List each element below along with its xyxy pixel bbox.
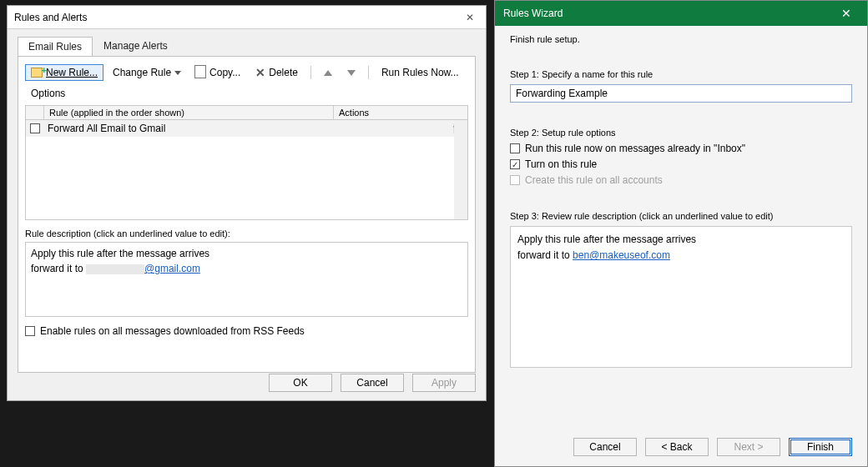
col-actions-header: Actions (334, 106, 467, 119)
svg-rect-3 (458, 129, 462, 131)
separator (310, 66, 311, 79)
option-all-accounts: Create this rule on all accounts (510, 174, 852, 186)
wiz-desc-line-2: forward it to ben@makeuseof.com (517, 248, 845, 264)
apply-label: Apply (431, 377, 457, 389)
cancel-label: Cancel (356, 377, 387, 389)
run-now-checkbox[interactable] (510, 143, 520, 153)
finish-header: Finish rule setup. (510, 34, 852, 44)
new-rule-label: New Rule... (46, 67, 98, 78)
wiz-cancel-button[interactable]: Cancel (573, 438, 637, 456)
run-now-label: Run this rule now on messages already in… (525, 143, 745, 154)
option-turn-on[interactable]: ✓ Turn on this rule (510, 158, 852, 170)
wizard-description-box: Apply this rule after the message arrive… (510, 226, 852, 368)
wizard-titlebar: Rules Wizard ✕ (495, 1, 867, 26)
separator (368, 66, 369, 79)
step1-label: Step 1: Specify a name for this rule (510, 69, 852, 79)
copy-label: Copy... (209, 67, 240, 78)
run-rules-now-button[interactable]: Run Rules Now... (376, 64, 465, 81)
ok-button[interactable]: OK (269, 374, 332, 392)
step3-label: Step 3: Review rule description (click a… (510, 211, 852, 221)
rss-option-row: Enable rules on all messages downloaded … (25, 325, 468, 337)
wiz-forward-email-link[interactable]: ben@makeuseof.com (573, 249, 670, 261)
wizard-button-row: Cancel < Back Next > Finish (573, 438, 852, 456)
step2-label: Step 2: Setup rule options (510, 128, 852, 138)
delete-x-icon: ✕ (255, 66, 265, 79)
copy-button[interactable]: Copy... (190, 64, 246, 81)
wiz-cancel-label: Cancel (589, 441, 620, 453)
cancel-button[interactable]: Cancel (341, 374, 404, 392)
change-rule-label: Change Rule (113, 67, 171, 78)
svg-rect-2 (454, 126, 457, 128)
close-icon[interactable]: ✕ (834, 1, 859, 26)
rss-checkbox-label: Enable rules on all messages downloaded … (40, 325, 305, 337)
wiz-desc-line-1: Apply this rule after the message arrive… (517, 232, 845, 248)
table-row[interactable]: Forward All Email to Gmail (26, 120, 467, 137)
wiz-next-button: Next > (717, 438, 780, 456)
move-down-button[interactable] (341, 68, 361, 78)
close-icon[interactable]: ✕ (461, 9, 479, 26)
turn-on-checkbox[interactable]: ✓ (510, 159, 520, 169)
dialog-button-row: OK Cancel Apply (269, 374, 476, 392)
rss-checkbox[interactable] (25, 326, 35, 336)
tab-email-rules-label: Email Rules (28, 41, 82, 53)
wiz-finish-label: Finish (807, 441, 834, 453)
rule-description-box: Apply this rule after the message arrive… (25, 242, 468, 317)
tab-manage-alerts-label: Manage Alerts (103, 40, 168, 52)
wiz-back-button[interactable]: < Back (645, 438, 709, 456)
col-checkbox (26, 106, 44, 119)
wiz-back-label: < Back (661, 441, 692, 453)
move-up-button[interactable] (318, 68, 338, 78)
tab-email-rules[interactable]: Email Rules (18, 37, 93, 57)
turn-on-label: Turn on this rule (525, 158, 597, 170)
wiz-next-label: Next > (734, 441, 763, 453)
all-accounts-label: Create this rule on all accounts (525, 174, 663, 186)
wizard-title: Rules Wizard (503, 8, 563, 19)
rules-wizard-dialog: Rules Wizard ✕ Finish rule setup. Step 1… (494, 0, 868, 467)
redacted-email-prefix (86, 264, 144, 274)
tab-strip: Email Rules Manage Alerts (8, 29, 486, 56)
run-rules-now-label: Run Rules Now... (381, 67, 459, 78)
ok-label: OK (293, 377, 307, 389)
desc-line-1: Apply this rule after the message arrive… (31, 246, 462, 261)
tab-manage-alerts[interactable]: Manage Alerts (93, 36, 179, 56)
delete-label: Delete (269, 67, 298, 78)
rules-titlebar: Rules and Alerts ✕ (8, 6, 486, 29)
options-button[interactable]: Options (25, 85, 71, 102)
desc-line-2-prefix: forward it to (31, 263, 86, 274)
rule-name-input[interactable] (510, 84, 852, 103)
delete-button[interactable]: ✕ Delete (250, 63, 304, 82)
col-rule-header: Rule (applied in the order shown) (44, 106, 334, 119)
rules-toolbar: New Rule... Change Rule Copy... ✕ Delete… (25, 62, 468, 105)
rule-enable-checkbox[interactable] (30, 123, 40, 133)
option-run-now[interactable]: Run this rule now on messages already in… (510, 143, 852, 154)
triangle-up-icon (324, 70, 332, 76)
new-rule-button[interactable]: New Rule... (25, 64, 103, 81)
wizard-body: Finish rule setup. Step 1: Specify a nam… (495, 26, 867, 368)
new-rule-icon (31, 68, 43, 78)
svg-rect-0 (454, 124, 456, 133)
wiz-desc-prefix: forward it to (517, 249, 573, 261)
rule-action-icon (452, 123, 462, 133)
wiz-finish-button[interactable]: Finish (789, 438, 852, 456)
chevron-down-icon (174, 71, 181, 75)
triangle-down-icon (347, 70, 356, 76)
desc-line-2: forward it to @gmail.com (31, 261, 462, 276)
svg-rect-1 (459, 124, 461, 133)
options-label: Options (31, 88, 65, 99)
rules-and-alerts-dialog: Rules and Alerts ✕ Email Rules Manage Al… (7, 5, 487, 401)
apply-button[interactable]: Apply (412, 374, 476, 392)
rules-title: Rules and Alerts (14, 12, 87, 23)
change-rule-button[interactable]: Change Rule (107, 64, 187, 81)
rules-panel: New Rule... Change Rule Copy... ✕ Delete… (18, 56, 476, 373)
rule-description-label: Rule description (click an underlined va… (25, 228, 468, 239)
copy-icon (196, 67, 206, 78)
rules-list-header: Rule (applied in the order shown) Action… (25, 105, 468, 120)
forward-email-link[interactable]: @gmail.com (144, 263, 200, 274)
rule-name-cell: Forward All Email to Gmail (44, 123, 334, 134)
all-accounts-checkbox (510, 175, 520, 185)
rules-list[interactable]: Forward All Email to Gmail (25, 120, 468, 220)
